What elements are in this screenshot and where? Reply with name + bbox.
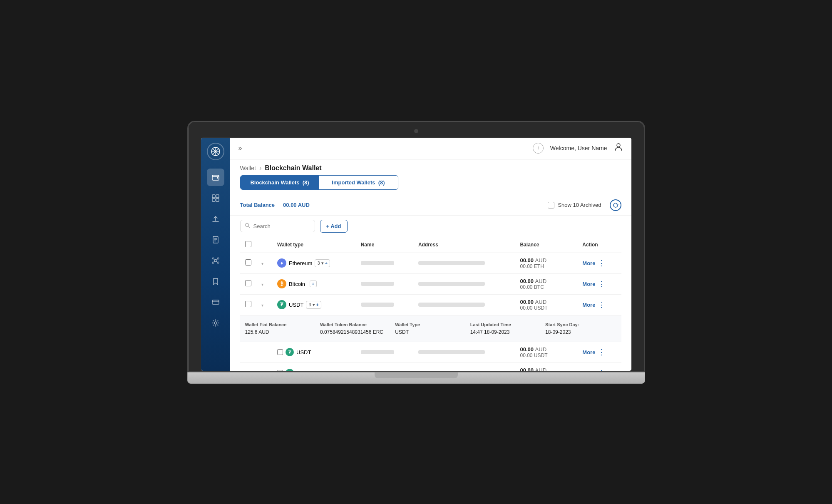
sidebar-item-cards[interactable] [207,293,224,311]
svg-line-29 [248,226,250,228]
eth-count-badge[interactable]: 3 ▾ + [315,259,330,267]
btc-count-badge[interactable]: + [308,280,318,288]
sidebar-item-upload[interactable] [207,210,224,228]
row-expand-usdt[interactable]: ▾ [261,303,263,308]
tabs: Blockchain Wallets (8) Imported Wallets … [240,175,398,190]
detail-updated-val: 14:47 18-09-2023 [470,329,510,335]
laptop-shell: » ! Welcome, User Name [187,121,645,384]
eth-count: 3 [317,261,320,266]
svg-rect-9 [212,199,215,201]
btc-label: Bitcoin [289,281,305,287]
search-input[interactable] [253,223,323,229]
sub1-checkbox[interactable] [277,349,283,355]
btc-add[interactable]: + [310,281,316,287]
col-checkbox [240,237,256,253]
eth-add[interactable]: + [325,261,328,266]
usdt-sub2-more-button[interactable]: More [582,370,595,371]
breadcrumb: Wallet › Blockchain Wallet [230,159,631,175]
screen-bezel: » ! Welcome, User Name [187,121,645,372]
wallet-type-eth: ♦ Ethereum 3 ▾ + [277,258,351,268]
data-table: Wallet type Name Address Balance Action [240,237,621,371]
laptop-base [187,372,645,384]
breadcrumb-link[interactable]: Wallet [240,165,256,171]
row-expand-btc[interactable]: ▾ [261,282,263,287]
sidebar-item-wallet[interactable] [207,169,224,186]
wallet-type-btc: ₿ Bitcoin + [277,279,351,288]
eth-dropdown[interactable]: ▾ [321,261,324,266]
svg-rect-8 [216,195,219,198]
sidebar-logo[interactable] [207,143,224,160]
btc-dots-button[interactable]: ⋮ [598,280,605,288]
row-expand-eth[interactable]: ▾ [261,261,263,266]
col-balance: Balance [515,237,577,253]
row-checkbox-eth[interactable] [245,259,251,266]
usdt-sub2-balance: 00.00 AUD 00.00 SPLUSDT [515,362,577,371]
archived-check[interactable] [548,202,554,209]
usdt-sub1-dots-button[interactable]: ⋮ [598,348,605,356]
sub2-checkbox[interactable] [277,370,283,371]
usdt-more-button[interactable]: More [582,302,595,308]
add-button[interactable]: + Add [320,220,348,233]
detail-token-label: Wallet Token Balance [320,322,391,327]
user-icon[interactable] [614,142,623,154]
expand-icon[interactable]: » [238,144,242,152]
usdt-sub2-label: USDT [296,370,311,371]
eth-more-button[interactable]: More [582,260,595,266]
eth-dots-button[interactable]: ⋮ [598,259,605,267]
usdt-balance: 00.00 AUD 00.00 USDT [515,294,577,315]
tab-imported-wallets[interactable]: Imported Wallets (8) [319,176,398,189]
table-row: ▾ ₿ Bitcoin + [240,273,621,294]
sidebar-item-bookmarks[interactable] [207,273,224,290]
usdt-sub1-balance: 00.00 AUD 00.00 USDT [515,342,577,362]
col-action: Action [577,237,621,253]
topbar: » ! Welcome, User Name [230,138,631,159]
detail-updated-time: Last Updated Time 14:47 18-09-2023 [470,322,541,335]
archived-label: Show 10 Archived [558,202,601,208]
eth-name-placeholder [361,261,394,265]
btc-more-button[interactable]: More [582,281,595,287]
sidebar-item-docs[interactable] [207,231,224,248]
detail-token-val: 0.07584921548931456 ERC [320,329,383,335]
alert-icon[interactable]: ! [533,143,544,154]
detail-updated-label: Last Updated Time [470,322,541,327]
svg-point-19 [217,262,219,263]
balance-label: Total Balance [240,202,275,208]
sidebar-item-dashboard[interactable] [207,189,224,207]
select-all-checkbox[interactable] [245,241,251,247]
detail-token-balance: Wallet Token Balance 0.07584921548931456… [320,322,391,335]
usdt-sub1-more-button[interactable]: More [582,349,595,355]
eth-address-placeholder [418,261,485,265]
usdt-dropdown[interactable]: ▾ [313,302,315,308]
usdt-detail-grid: Wallet Fiat Balance 125.6 AUD Wallet Tok… [245,320,616,338]
sidebar [201,138,230,371]
usdt-name-placeholder [361,303,394,307]
svg-point-15 [214,259,217,262]
sidebar-item-network[interactable] [207,252,224,269]
search-box[interactable]: ▾ [240,220,315,232]
row-checkbox-usdt[interactable] [245,301,251,307]
svg-point-17 [217,258,219,259]
wallet-type-usdt-sub1: ₮ USDT [277,348,351,356]
svg-line-20 [214,259,214,260]
btc-name-placeholder [361,282,394,286]
usdt-dots-button[interactable]: ⋮ [598,301,605,308]
usdt-icon: ₮ [277,300,286,309]
table-wrapper: Wallet type Name Address Balance Action [230,237,631,371]
refresh-button[interactable] [610,199,621,211]
usdt-add[interactable]: + [316,302,319,307]
eth-label: Ethereum [289,260,312,266]
laptop-stand [375,372,458,378]
table-row: ₮ USDT 00.00 AUD 00.00 SPLUSDT [240,362,621,371]
usdt-count-badge[interactable]: 3 ▾ + [306,301,321,309]
balance-bar: Total Balance 00.00 AUD Show 10 Archived [230,195,631,216]
sidebar-item-settings[interactable] [207,314,224,332]
usdt-label: USDT [289,302,303,308]
tab-blockchain-wallets[interactable]: Blockchain Wallets (8) [241,176,319,189]
topbar-right: ! Welcome, User Name [533,142,623,154]
svg-point-27 [617,144,620,147]
svg-line-21 [217,259,218,260]
usdt-sub2-dots-button[interactable]: ⋮ [598,369,605,371]
btc-icon: ₿ [277,279,286,288]
archived-checkbox[interactable]: Show 10 Archived [548,202,601,209]
row-checkbox-btc[interactable] [245,280,251,286]
